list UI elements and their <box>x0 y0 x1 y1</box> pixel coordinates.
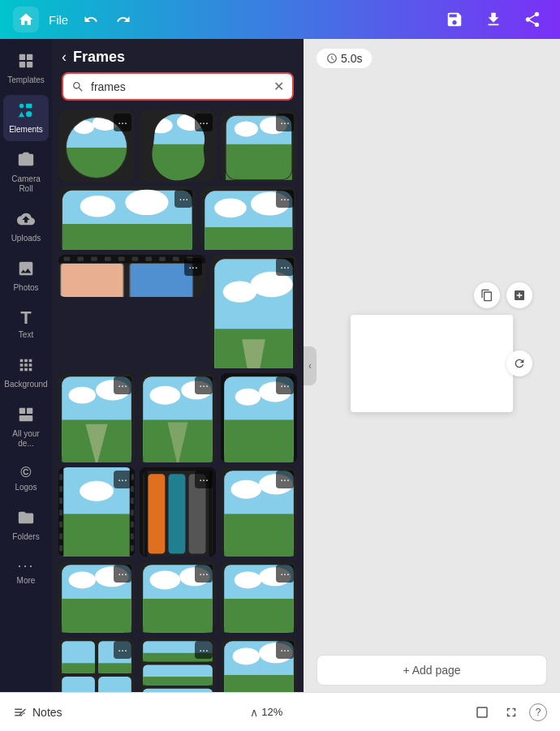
add-page-button[interactable]: + Add page <box>317 655 547 686</box>
frame-more-button[interactable]: ··· <box>276 471 294 488</box>
back-button[interactable]: ‹ <box>62 49 67 66</box>
frame-thumb-rounded-rect[interactable]: ··· <box>221 110 297 182</box>
svg-rect-93 <box>131 545 134 551</box>
frame-more-button[interactable]: ··· <box>276 565 294 583</box>
frame-thumb-strip-v[interactable]: ··· <box>58 467 135 557</box>
frame-thumb-wavy[interactable]: ··· <box>140 110 216 182</box>
frame-more-button[interactable]: ··· <box>195 565 213 583</box>
frame-row-3: ··· ··· <box>58 255 297 368</box>
svg-rect-51 <box>145 257 152 261</box>
sidebar-item-camera-roll[interactable]: Camera Roll <box>3 144 49 200</box>
zoom-value[interactable]: 12% <box>261 706 282 718</box>
photos-label: Photos <box>13 283 38 293</box>
frame-thumb-land-2[interactable]: ··· <box>140 561 216 633</box>
sidebar-item-all-your-de[interactable]: All your de... <box>3 399 49 455</box>
sidebar-item-text[interactable]: T Text <box>3 303 49 346</box>
frame-more-button[interactable]: ··· <box>195 114 213 131</box>
frame-more-button[interactable]: ··· <box>114 641 131 659</box>
frame-thumb-portrait-4[interactable]: ··· <box>221 373 297 462</box>
svg-point-4 <box>19 104 24 109</box>
undo-button[interactable] <box>78 6 104 32</box>
download-button[interactable] <box>479 5 508 34</box>
frame-thumb-portrait-3[interactable]: ··· <box>140 373 216 462</box>
sidebar-item-templates[interactable]: Templates <box>3 45 49 92</box>
sidebar-item-background[interactable]: Background <box>3 350 49 396</box>
chevron-up-icon[interactable]: ∧ <box>250 706 258 719</box>
frame-more-button[interactable]: ··· <box>276 376 294 394</box>
frame-thumb-land-1[interactable]: ··· <box>58 561 135 633</box>
main-area: Templates Elements Camera Roll Uploads P <box>0 39 560 692</box>
frame-thumb-filmstrip[interactable]: ··· <box>58 255 205 297</box>
svg-rect-90 <box>131 510 134 515</box>
notes-label: Notes <box>32 706 62 719</box>
sidebar-item-logos[interactable]: © Logos <box>3 458 49 499</box>
frame-thumb-grid-1[interactable]: ··· <box>58 638 135 692</box>
share-button[interactable] <box>518 5 547 34</box>
frame-thumb-circle[interactable]: ··· <box>58 110 135 182</box>
svg-rect-26 <box>226 154 291 179</box>
svg-point-27 <box>235 122 258 137</box>
svg-rect-83 <box>59 510 62 515</box>
svg-rect-114 <box>143 599 213 633</box>
frame-more-button[interactable]: ··· <box>114 471 131 488</box>
page-view-button[interactable] <box>471 701 493 724</box>
clock-icon <box>326 53 338 64</box>
refresh-button[interactable] <box>506 350 532 376</box>
svg-rect-2 <box>19 62 25 67</box>
logos-label: Logos <box>15 483 37 492</box>
elements-label: Elements <box>9 125 43 135</box>
duplicate-page-button[interactable] <box>474 282 500 308</box>
svg-rect-135 <box>143 677 213 685</box>
elements-icon <box>17 101 35 122</box>
frame-more-button[interactable]: ··· <box>276 641 294 659</box>
frame-thumb-portrait-1[interactable]: ··· <box>210 255 297 368</box>
frame-more-button[interactable]: ··· <box>276 114 294 131</box>
search-input[interactable] <box>91 80 267 93</box>
frame-thumb-wide-1[interactable]: ··· <box>58 187 196 250</box>
folders-icon <box>17 509 35 529</box>
text-label: Text <box>19 330 33 340</box>
frame-thumb-portrait-5[interactable]: ··· <box>221 467 297 557</box>
notes-button[interactable]: Notes <box>13 705 62 720</box>
help-button[interactable]: ? <box>529 703 547 721</box>
frame-more-button[interactable]: ··· <box>114 114 131 131</box>
sidebar-item-elements[interactable]: Elements <box>3 95 49 141</box>
canvas-area: ‹ 5.0s <box>304 39 560 692</box>
frame-thumb-wide-2[interactable]: ··· <box>200 187 297 250</box>
frame-thumb-grid-2[interactable]: ··· <box>140 638 216 692</box>
sidebar-item-folders[interactable]: Folders <box>3 502 49 548</box>
frame-row-5: ··· ··· <box>58 467 297 557</box>
frame-thumb-portrait-2[interactable]: ··· <box>58 373 135 462</box>
search-clear-button[interactable]: ✕ <box>274 79 284 94</box>
frame-thumb-grid-3[interactable]: ··· <box>221 638 297 692</box>
frame-more-button[interactable]: ··· <box>174 190 192 208</box>
add-section-button[interactable] <box>506 282 532 308</box>
bottom-bar: Notes ∧ 12% ? <box>0 692 560 731</box>
save-button[interactable] <box>440 5 469 34</box>
frame-more-button[interactable]: ··· <box>276 258 294 276</box>
sidebar-item-uploads[interactable]: Uploads <box>3 204 49 250</box>
frame-more-button[interactable]: ··· <box>195 641 213 659</box>
svg-point-105 <box>231 480 262 499</box>
svg-rect-7 <box>26 111 32 117</box>
frame-more-button[interactable]: ··· <box>195 376 213 394</box>
frame-thumb-strip-v2[interactable]: ··· <box>140 467 216 557</box>
file-menu[interactable]: File <box>49 13 68 27</box>
sidebar-item-photos[interactable]: Photos <box>3 253 49 299</box>
sidebar-item-more[interactable]: ··· More <box>3 552 49 592</box>
svg-rect-8 <box>19 408 25 414</box>
frame-more-button[interactable]: ··· <box>114 376 131 394</box>
all-your-de-icon <box>17 406 35 426</box>
svg-rect-92 <box>131 533 134 539</box>
redo-button[interactable] <box>110 6 136 32</box>
frame-thumb-land-3[interactable]: ··· <box>221 561 297 633</box>
svg-rect-109 <box>62 599 131 633</box>
svg-rect-85 <box>59 533 62 539</box>
frame-more-button[interactable]: ··· <box>114 565 131 583</box>
frame-more-button[interactable]: ··· <box>184 258 202 276</box>
home-button[interactable] <box>13 6 39 32</box>
frame-more-button[interactable]: ··· <box>195 471 213 488</box>
svg-rect-136 <box>143 689 213 692</box>
fullscreen-button[interactable] <box>500 701 523 724</box>
frame-more-button[interactable]: ··· <box>276 190 294 208</box>
